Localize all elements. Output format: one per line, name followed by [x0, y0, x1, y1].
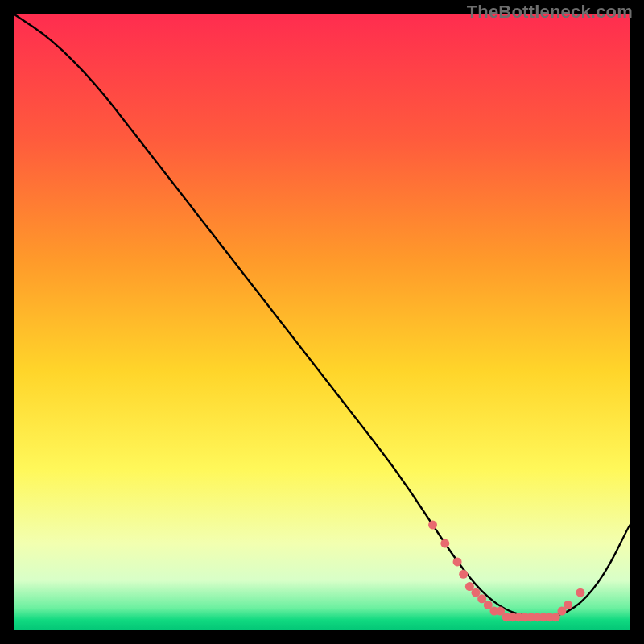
- marker-dot: [576, 588, 584, 597]
- plot-area: [14, 14, 630, 630]
- marker-dot: [453, 557, 462, 566]
- marker-dot: [459, 570, 468, 579]
- marker-dot: [564, 601, 572, 609]
- chart-svg: [14, 14, 630, 630]
- marker-dot: [440, 539, 449, 548]
- marker-dot: [428, 521, 437, 530]
- watermark-label: TheBottleneck.com: [467, 2, 633, 23]
- gradient-rect: [14, 14, 630, 630]
- chart-stage: TheBottleneck.com: [0, 0, 644, 644]
